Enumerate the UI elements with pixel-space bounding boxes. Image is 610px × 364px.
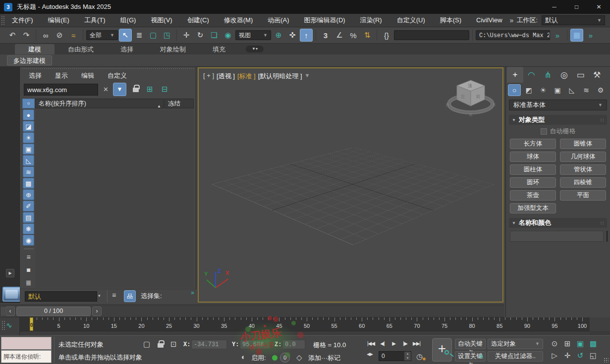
selection-filter-combo[interactable]: 全部▼ (86, 30, 118, 40)
go-to-start-icon[interactable]: |◀◀ (365, 338, 377, 349)
more-toolbar-icon[interactable]: » (584, 29, 597, 42)
menu-item-动画(A)[interactable]: 动画(A) (260, 14, 296, 27)
menu-item-视图(V)[interactable]: 视图(V) (143, 14, 179, 27)
ribbon-tab-选择[interactable]: 选择 (107, 44, 147, 54)
ribbon-tab-填充[interactable]: 填充 (199, 44, 239, 54)
filter-helpers-icon[interactable]: ◺ (23, 155, 34, 166)
cat-cameras[interactable]: ▣ (551, 84, 564, 96)
mute-count-button[interactable]: 0 (280, 353, 290, 363)
menu-overflow-icon[interactable]: » (510, 16, 513, 24)
edit-named-selections-icon[interactable]: {} (380, 29, 393, 42)
window-resize-grip[interactable] (604, 358, 609, 363)
auto-key-button[interactable]: 自动关键点 (455, 339, 486, 349)
object-type-button[interactable]: 圆柱体 (510, 164, 556, 175)
viewport-shading-label[interactable]: [默认明暗处理 ] (258, 72, 302, 81)
select-and-link-icon[interactable]: ∞ (39, 29, 52, 42)
subcategory-combo[interactable]: 标准基本体 ▼ (509, 100, 607, 110)
x-coord-field[interactable] (191, 340, 227, 349)
filter-cameras-icon[interactable]: ▣ (23, 144, 34, 155)
cat-helpers[interactable]: ◺ (565, 84, 578, 96)
key-filters-button[interactable]: 关键点过滤器.. (488, 351, 543, 362)
set-keys-button[interactable]: + (432, 338, 452, 362)
menu-item-编辑(E)[interactable]: 编辑(E) (41, 14, 77, 27)
menu-item-自定义(U)[interactable]: 自定义(U) (389, 14, 433, 27)
bind-to-space-warp-icon[interactable]: ≈ (67, 29, 80, 42)
reference-coordinate-combo[interactable]: 视图▼ (235, 30, 271, 40)
select-object-icon[interactable]: ↖ (119, 29, 132, 42)
zoom-all-icon[interactable]: ⊞ (561, 338, 574, 350)
ribbon-tab-建模[interactable]: 建模 (15, 44, 55, 54)
select-and-manipulate-icon[interactable]: ✜ (286, 29, 299, 42)
object-type-button[interactable]: 长方体 (510, 139, 556, 149)
filter-space-warps-icon[interactable]: ≋ (23, 166, 34, 177)
previous-frame-slider-button[interactable]: ‹ (5, 307, 15, 316)
adaptive-degradation-icon[interactable]: ◐ (241, 353, 246, 361)
layer-manager-icon[interactable]: ≡ (112, 291, 116, 299)
select-and-rotate-icon[interactable]: ↻ (194, 29, 207, 42)
zoom-extents-all-icon[interactable]: ▩ (587, 338, 600, 350)
time-slider-handle[interactable]: 0 / 100 (16, 307, 91, 316)
maxscript-mini-listener[interactable]: 脚本迷你侦听: (1, 350, 52, 363)
snap-toggle-3d-icon[interactable]: 3 (319, 29, 332, 42)
filter-button[interactable]: ▼ (113, 83, 126, 96)
frame-spinner[interactable]: ▲ ▼ (404, 352, 411, 361)
mini-curve-editor-button[interactable]: ∿ (0, 317, 20, 335)
percent-snap-icon[interactable]: % (347, 29, 360, 42)
tab-motion[interactable]: ◎ (556, 67, 572, 83)
spinner-up-icon[interactable]: ▲ (404, 352, 411, 356)
hierarchy-view-icon[interactable]: 品 (124, 290, 136, 302)
footer-overflow-icon[interactable]: » (191, 289, 193, 296)
unlink-selection-icon[interactable]: ⊘ (53, 29, 66, 42)
name-color-rollout-header[interactable]: ▼ 名称和颜色 ∷ (509, 218, 607, 228)
viewport-menu-plus[interactable]: [ + ] (203, 72, 214, 81)
ribbon-tab-对象绘制[interactable]: 对象绘制 (147, 44, 199, 54)
explorer-menu-编辑[interactable]: 编辑 (81, 71, 94, 80)
close-button[interactable]: ✕ (588, 0, 610, 14)
time-ruler[interactable]: 5101520253035404550556065707580859095100… (20, 317, 590, 331)
selection-lock-icon[interactable] (158, 340, 164, 348)
expand-tree-icon[interactable]: ⊞ (147, 85, 153, 94)
redo-icon[interactable]: ↷ (20, 29, 33, 42)
cat-geometry[interactable]: ○ (508, 84, 521, 96)
lock-explorer-icon[interactable] (133, 85, 139, 92)
cube-marker-icon[interactable]: ◇ (296, 353, 302, 362)
filter-particles-icon[interactable]: ❋ (23, 223, 34, 234)
undo-icon[interactable]: ↶ (6, 29, 19, 42)
viewport-layout-tab[interactable] (2, 287, 21, 302)
viewport-style-label[interactable]: [标准 ] (237, 72, 256, 81)
menu-item-修改器(M)[interactable]: 修改器(M) (217, 14, 261, 27)
menu-item-CivilView[interactable]: CivilView (469, 14, 510, 27)
isolate-selection-icon[interactable]: ▢ (143, 340, 150, 349)
maxscript-listener-output[interactable] (1, 337, 52, 350)
toolbar-overflow-icon[interactable]: » (551, 29, 564, 42)
menu-item-脚本(S)[interactable]: 脚本(S) (433, 14, 469, 27)
minimize-button[interactable]: ─ (543, 0, 565, 14)
name-column-header[interactable]: 名称(按升序排序) ▲ (35, 99, 164, 108)
filter-geometry-icon[interactable]: ● (23, 109, 34, 120)
tab-create[interactable]: + (507, 67, 523, 83)
search-input[interactable] (24, 84, 98, 96)
select-by-name-icon[interactable]: ≣ (133, 29, 146, 42)
spinner-snap-icon[interactable]: ⇅ (361, 29, 374, 42)
tab-utilities[interactable]: ⚒ (589, 67, 605, 83)
object-type-button[interactable]: 圆锥体 (560, 139, 606, 149)
y-coord-field[interactable] (240, 340, 271, 349)
detail-list-icon[interactable]: ≣ (23, 278, 34, 289)
object-type-rollout-header[interactable]: ▼ 对象类型 ∷ (509, 115, 607, 125)
clear-search-icon[interactable]: ✕ (103, 86, 109, 93)
zoom-icon[interactable]: ⊙ (548, 338, 561, 350)
tab-modify[interactable]: ◠ (523, 67, 540, 83)
named-selection-combo[interactable] (394, 30, 469, 40)
viewcube[interactable]: 顶 左 前 东 南 西 (445, 73, 497, 117)
spinner-down-icon[interactable]: ▼ (404, 356, 411, 361)
key-filter-icon[interactable]: ⋔ (479, 353, 484, 360)
absolute-mode-icon[interactable]: ⊡ (170, 340, 177, 349)
filter-bones-icon[interactable]: ✐ (23, 201, 34, 211)
cat-lights[interactable]: ☀ (537, 84, 550, 96)
select-and-scale-icon[interactable]: ❏ (208, 29, 221, 42)
select-and-place-icon[interactable]: ◉ (222, 29, 234, 42)
explorer-menu-自定义[interactable]: 自定义 (108, 71, 127, 80)
orbit-icon[interactable]: ↺ (574, 350, 587, 362)
cat-space-warps[interactable]: ≋ (580, 84, 593, 96)
maximize-button[interactable]: □ (565, 0, 588, 14)
